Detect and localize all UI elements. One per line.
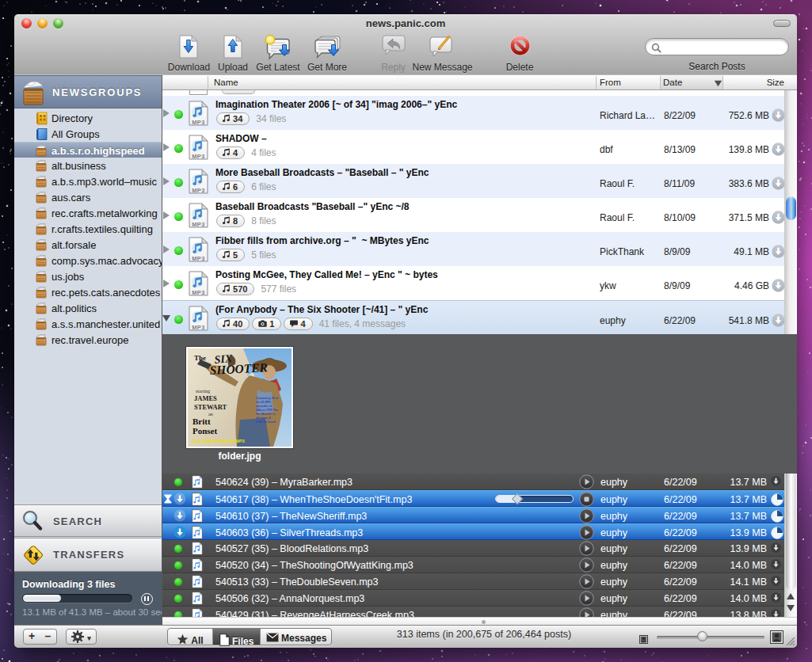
svg-text:the 41 MP3: the 41 MP3	[256, 401, 271, 404]
svg-text:starring: starring	[196, 389, 210, 394]
svg-text:Britt: Britt	[193, 417, 211, 426]
svg-text:MP3: MP3	[192, 153, 205, 160]
svg-text:MP3: MP3	[192, 119, 205, 126]
svg-text:MP3: MP3	[192, 324, 205, 331]
svg-text:STEWART: STEWART	[194, 403, 227, 411]
svg-text:MP3: MP3	[192, 187, 205, 194]
svg-text:Ponset: Ponset	[193, 426, 218, 436]
svg-text:MP3: MP3	[192, 289, 205, 296]
svg-text:all types of: all types of	[256, 417, 272, 420]
svg-text:OTR file found: OTR file found	[256, 420, 276, 424]
svg-text:MP3: MP3	[192, 221, 205, 228]
svg-text:OLD TIME RADIO IN MP3: OLD TIME RADIO IN MP3	[192, 439, 245, 443]
svg-text:Containing 39 of: Containing 39 of	[256, 397, 279, 400]
svg-text:MP3: MP3	[192, 255, 205, 262]
svg-text:JAMES: JAMES	[194, 394, 217, 402]
svg-text:The: The	[194, 354, 206, 362]
svg-text:episodes of: episodes of	[256, 405, 273, 408]
svg-text:540xxx OTR The: 540xxx OTR The	[256, 409, 278, 412]
svg-text:Six Shooter in: Six Shooter in	[256, 413, 275, 416]
